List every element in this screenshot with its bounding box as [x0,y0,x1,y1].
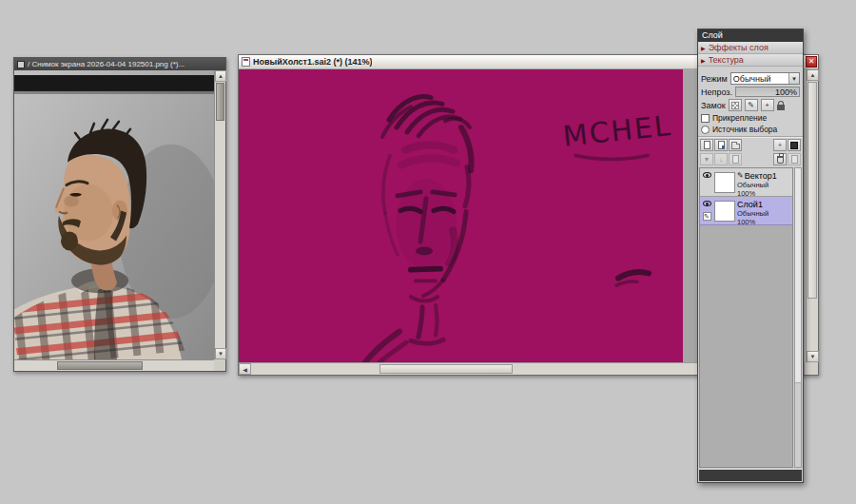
image-icon [17,61,25,68]
layer-meta: ✎ Вектор1 Обычный 100% [737,170,791,194]
reference-window: / Снимок экрана 2026-04-04 192501.png (*… [13,57,226,372]
merge-down-button[interactable]: ▼ [700,153,713,165]
new-vector-layer-button[interactable] [714,139,728,151]
visibility-eye-icon[interactable] [703,201,711,206]
opacity-value: 100% [775,87,797,97]
delete-layer-button[interactable] [773,153,787,165]
layer-mode: Обычный [737,181,791,189]
layer-panel: Слой ▶ Эффекты слоя ▶ Текстура Режим Обы… [697,29,804,483]
clear-icon [791,155,798,164]
new-vector-layer-icon [718,141,725,149]
horizontal-scroll-thumb[interactable] [57,361,143,370]
blend-mode-value: Обычный [733,74,771,84]
blend-mode-row: Режим Обычный ▼ [698,71,803,86]
scroll-up-button[interactable]: ▲ [807,69,819,81]
mask-button[interactable] [788,139,801,151]
dropdown-arrow-icon: ▼ [788,73,799,84]
transform-button[interactable]: + [773,139,787,151]
vertical-scroll-thumb[interactable] [216,83,224,121]
canvas-paper[interactable]: MCHEL [239,69,683,362]
layer-name-text: Слой1 [737,200,763,209]
trash-icon [777,156,784,164]
reference-window-titlebar[interactable]: / Снимок экрана 2026-04-04 192501.png (*… [14,58,225,70]
lock-pixels-button[interactable]: ✎ [745,99,758,111]
vertical-scroll-thumb[interactable] [807,82,817,299]
copy-icon [732,155,739,164]
scroll-left-button[interactable]: ◀ [239,363,251,375]
svg-text:MCHEL: MCHEL [561,108,673,152]
reference-photo[interactable] [14,70,214,359]
panel-footer [699,470,802,481]
lock-icon[interactable] [777,105,785,110]
close-icon: ✕ [808,57,815,66]
layer-name: ✎ Вектор1 [737,171,791,181]
section-layer-effects[interactable]: ▶ Эффекты слоя [698,42,803,54]
new-folder-button[interactable] [729,139,742,151]
merge-down-icon: ▼ [704,156,710,163]
selection-source-row: Источник выбора [698,124,803,135]
reference-window-title: / Снимок экрана 2026-04-04 192501.png (*… [28,60,185,68]
selection-source-label: Источник выбора [712,125,777,134]
mask-icon [790,142,798,149]
lock-row: Замок ✎ + [698,98,803,112]
layer-item-layer1[interactable]: ✎ Слой1 Обычный 100% [700,197,792,225]
copy-layer-button[interactable] [729,153,742,165]
layer-panel-titlebar[interactable]: Слой [698,29,803,42]
section-texture[interactable]: ▶ Текстура [698,54,803,67]
sketch-drawing: MCHEL [239,69,683,362]
folder-icon [731,144,740,149]
eye-column: ✎ [701,199,712,223]
up-arrow-icon: ▲ [810,72,816,78]
divider [698,136,803,137]
scroll-up-button[interactable]: ▲ [215,70,226,82]
vertical-scroll-track[interactable] [215,122,225,348]
reference-vertical-scrollbar[interactable]: ▲ ▼ [214,70,225,359]
scroll-down-button[interactable]: ▼ [215,348,226,359]
layer-opacity: 100% [737,218,791,226]
reference-horizontal-scrollbar[interactable] [14,359,214,371]
blend-mode-select[interactable]: Обычный ▼ [730,72,800,85]
clear-layer-button[interactable] [788,153,801,165]
layer-list-area: ✎ Вектор1 Обычный 100% ✎ [699,167,802,468]
layer-toolbar-row1: + [698,138,803,152]
transfer-down-button[interactable]: ↓ [714,153,728,165]
lock-position-button[interactable]: + [761,99,774,111]
layer-effects-label: Эффекты слоя [709,43,768,52]
visibility-eye-icon[interactable] [703,172,711,178]
layer-name: Слой1 [737,200,791,209]
clipping-row: Прикрепление [698,112,803,124]
layer-panel-title: Слой [702,30,723,40]
layer-list-scrollbar[interactable] [794,167,802,468]
portrait-photo [14,70,214,359]
close-button[interactable]: ✕ [806,56,817,68]
desktop: НовыйХолст1.sai2 (*) (141%) ✕ [0,0,856,504]
scroll-down-button[interactable]: ▼ [807,351,819,362]
pencil-icon: ✎ [748,101,754,109]
editing-indicator-icon: ✎ [703,212,711,221]
new-layer-button[interactable] [700,139,713,151]
down-arrow-icon: ▼ [218,351,224,357]
clipping-checkbox[interactable] [701,114,710,123]
lock-transparency-button[interactable] [729,99,742,111]
clipping-label: Прикрепление [712,113,767,123]
layer-list-scroll-thumb[interactable] [795,168,801,383]
layer-item-vector1[interactable]: ✎ Вектор1 Обычный 100% [700,168,792,197]
expander-icon: ▶ [701,45,706,51]
expander-icon: ▶ [701,57,706,64]
layer-toolbar-row2: ▼ ↓ [698,152,803,166]
layer-thumbnail [714,201,735,222]
scrollbar-corner [805,362,818,375]
opacity-slider[interactable]: 100% [735,87,800,97]
horizontal-scroll-thumb[interactable] [379,364,513,374]
texture-label: Текстура [709,55,744,65]
canvas-vertical-scrollbar[interactable]: ▲ ▼ [806,69,818,362]
down-arrow-icon: ▼ [810,354,816,359]
lock-label: Замок [701,101,726,110]
selection-source-radio[interactable] [701,126,710,134]
layer-name-text: Вектор1 [745,171,777,181]
vertical-scroll-track[interactable] [807,300,818,351]
checkerboard-icon [731,102,739,109]
layer-meta: Слой1 Обычный 100% [737,199,791,223]
vector-pen-icon: ✎ [737,171,744,181]
left-arrow-icon: ◀ [243,366,247,373]
